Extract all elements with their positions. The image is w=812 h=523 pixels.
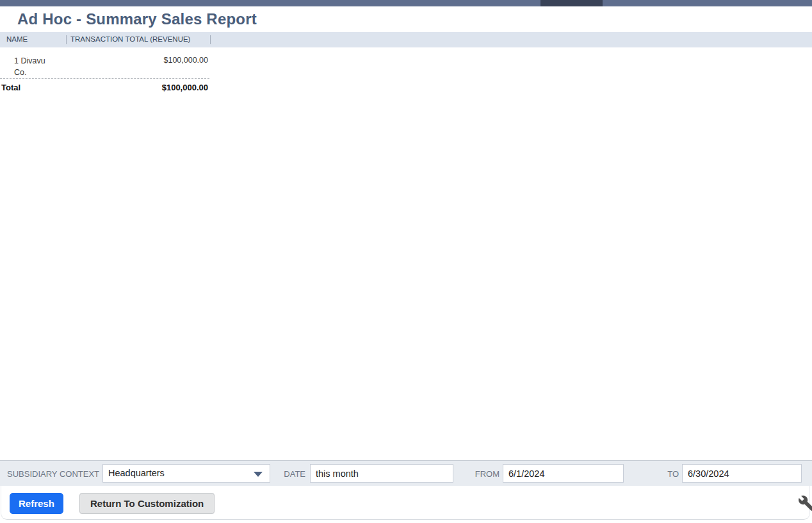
subsidiary-context-value: Headquarters bbox=[108, 468, 165, 478]
column-divider bbox=[210, 35, 211, 44]
column-divider bbox=[66, 35, 67, 44]
return-to-customization-button[interactable]: Return To Customization bbox=[79, 493, 215, 514]
table-row-revenue-value[interactable]: $100,000.00 bbox=[112, 56, 208, 65]
date-input[interactable] bbox=[310, 464, 453, 483]
table-total-value: $100,000.00 bbox=[112, 83, 208, 92]
caret-down-icon bbox=[254, 472, 263, 477]
subsidiary-context-label: SUBSIDIARY CONTEXT bbox=[3, 469, 99, 479]
table-row-customer-name[interactable]: 1 Divavu Co. bbox=[14, 55, 55, 78]
column-header-name[interactable]: NAME bbox=[6, 35, 28, 43]
column-header-transaction-total[interactable]: TRANSACTION TOTAL (REVENUE) bbox=[70, 35, 190, 43]
from-label: FROM bbox=[467, 469, 499, 479]
refresh-button[interactable]: Refresh bbox=[10, 493, 63, 514]
row-divider bbox=[0, 78, 209, 79]
date-label: DATE bbox=[280, 469, 305, 479]
table-total-label: Total bbox=[1, 83, 20, 92]
to-label: TO bbox=[653, 469, 679, 479]
subsidiary-context-dropdown[interactable]: Headquarters bbox=[102, 464, 270, 483]
wrench-icon[interactable] bbox=[798, 495, 812, 511]
top-nav-bar bbox=[0, 0, 812, 6]
from-date-input[interactable] bbox=[503, 464, 624, 483]
top-nav-active-segment bbox=[540, 0, 603, 6]
page-title: Ad Hoc - Summary Sales Report bbox=[17, 10, 257, 28]
table-header-row: NAME TRANSACTION TOTAL (REVENUE) bbox=[0, 32, 812, 47]
to-date-input[interactable] bbox=[682, 464, 802, 483]
